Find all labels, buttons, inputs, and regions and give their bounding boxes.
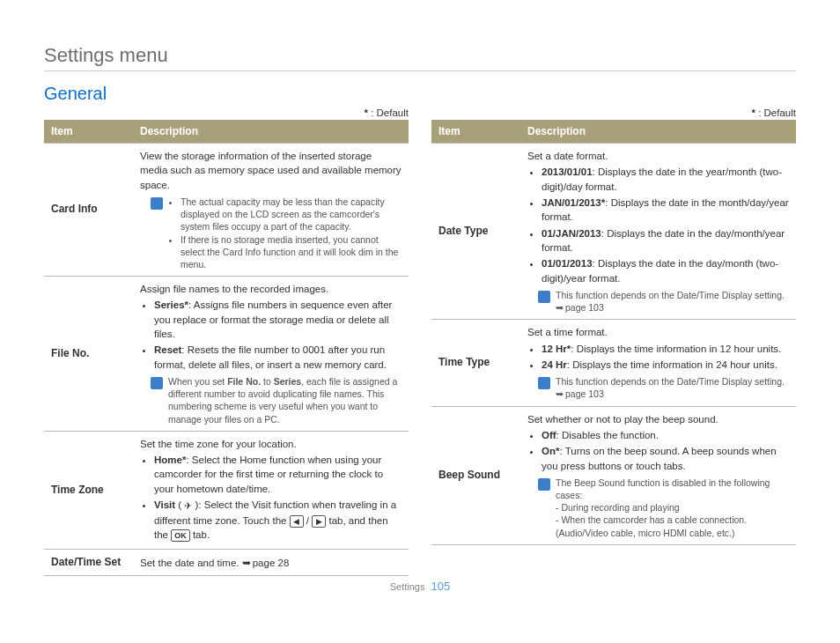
page-number: 105 <box>431 580 451 593</box>
section-heading: General <box>44 84 796 104</box>
date-type-opt2: JAN/01/2013*: Displays the date in the m… <box>542 196 789 225</box>
beep-off: Off: Disables the function. <box>542 428 789 442</box>
col-header-desc: Description <box>133 120 409 144</box>
row-date-time-set-name: Date/Time Set <box>44 550 133 576</box>
default-legend-left: * : Default <box>44 107 409 118</box>
time-zone-visit: Visit ( ✈ ): Select the Visit function w… <box>154 498 402 542</box>
row-time-zone-desc: Set the time zone for your location. Hom… <box>133 431 409 550</box>
row-card-info-desc: View the storage information of the inse… <box>133 144 409 277</box>
file-no-reset: Reset: Resets the file number to 0001 af… <box>154 343 402 372</box>
page-title: Settings menu <box>44 44 796 71</box>
row-file-no-name: File No. <box>44 277 133 432</box>
time-type-intro: Set a time format. <box>527 327 608 337</box>
beep-intro: Set whether or not to play the beep soun… <box>527 414 718 425</box>
row-beep-name: Beep Sound <box>431 406 520 544</box>
date-type-intro: Set a date format. <box>527 151 608 161</box>
crossref-link: page 103 <box>556 302 604 313</box>
time-zone-home: Home*: Select the Home function when usi… <box>154 453 402 496</box>
col-header-item: Item <box>44 120 133 144</box>
time-type-opt2: 24 Hr: Displays the time information in … <box>542 358 789 372</box>
card-info-note-1: The actual capacity may be less than the… <box>181 196 402 233</box>
row-time-zone-name: Time Zone <box>44 431 133 550</box>
left-arrow-button: ◀ <box>290 515 304 528</box>
row-date-type-name: Date Type <box>431 144 520 320</box>
beep-note: The Beep Sound function is disabled in t… <box>556 477 789 539</box>
note-icon <box>538 478 550 491</box>
default-legend-right: * : Default <box>431 107 796 118</box>
note-icon <box>538 377 550 389</box>
ok-button: OK <box>171 529 190 542</box>
note-icon <box>538 291 550 303</box>
settings-table-left: Item Description Card Info View the stor… <box>44 120 409 576</box>
file-no-note: When you set File No. to Series, each fi… <box>168 375 402 425</box>
footer-section: Settings <box>390 581 425 592</box>
date-type-note: This function depends on the Date/Time D… <box>556 289 789 314</box>
date-type-opt1: 2013/01/01: Displays the date in the yea… <box>542 165 789 194</box>
card-info-note-2: If there is no storage media inserted, y… <box>181 233 402 271</box>
crossref-link: page 28 <box>242 558 290 568</box>
date-type-opt4: 01/01/2013: Displays the date in the day… <box>542 256 789 285</box>
crossref-link: page 103 <box>556 388 604 399</box>
note-icon <box>151 377 163 389</box>
file-no-intro: Assign file names to the recorded images… <box>140 284 328 294</box>
col-header-item: Item <box>431 120 520 144</box>
page-footer: Settings 105 <box>44 580 796 593</box>
note-icon <box>151 197 163 210</box>
settings-table-right: Item Description Date Type Set a date fo… <box>431 120 796 545</box>
col-header-desc: Description <box>520 120 796 144</box>
date-type-opt3: 01/JAN/2013: Displays the date in the da… <box>542 226 789 255</box>
row-card-info-name: Card Info <box>44 144 133 277</box>
beep-on: On*: Turns on the beep sound. A beep sou… <box>542 444 789 473</box>
time-zone-intro: Set the time zone for your location. <box>140 439 297 449</box>
time-type-opt1: 12 Hr*: Displays the time information in… <box>542 342 789 356</box>
file-no-series: Series*: Assigns file numbers in sequenc… <box>154 298 402 341</box>
row-time-type-name: Time Type <box>431 320 520 406</box>
row-date-time-set-desc: Set the date and time. page 28 <box>133 550 409 576</box>
row-time-type-desc: Set a time format. 12 Hr*: Displays the … <box>520 320 796 406</box>
row-file-no-desc: Assign file names to the recorded images… <box>133 277 409 432</box>
time-type-note: This function depends on the Date/Time D… <box>556 375 789 400</box>
card-info-intro: View the storage information of the inse… <box>140 151 402 190</box>
right-column: * : Default Item Description Date Type S… <box>431 107 796 576</box>
row-beep-desc: Set whether or not to play the beep soun… <box>520 406 796 544</box>
row-date-type-desc: Set a date format. 2013/01/01: Displays … <box>520 144 796 320</box>
airplane-icon: ✈ <box>184 500 192 511</box>
left-column: * : Default Item Description Card Info V… <box>44 107 409 576</box>
right-arrow-button: ▶ <box>312 515 326 528</box>
